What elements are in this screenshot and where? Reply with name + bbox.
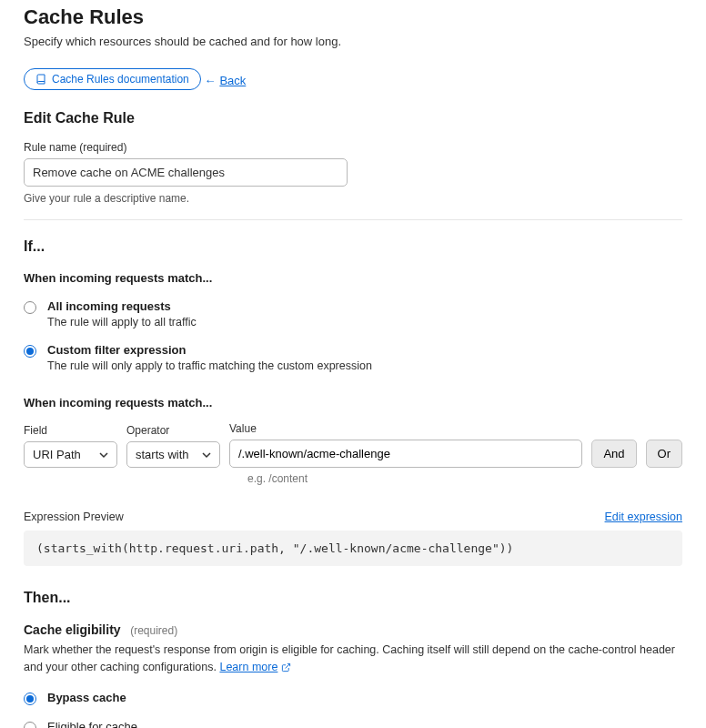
edit-rule-heading: Edit Cache Rule [24,110,682,126]
value-col-label: Value [229,422,582,435]
bypass-cache-label: Bypass cache [47,691,126,704]
required-text: (required) [130,624,177,637]
chevron-down-icon [99,450,108,460]
rule-name-helper: Give your rule a descriptive name. [24,192,682,205]
rule-name-input[interactable] [24,158,348,187]
match-heading-2: When incoming requests match... [24,396,682,410]
radio-custom-title: Custom filter expression [47,343,372,357]
operator-select[interactable]: starts with [126,441,220,468]
learn-more-text: Learn more [219,659,277,676]
chevron-down-icon [202,450,211,460]
value-hint: e.g. /content [247,472,682,485]
radio-custom-expression[interactable]: Custom filter expression The rule will o… [24,343,682,372]
back-link-label: Back [219,74,246,87]
divider [24,219,682,220]
expression-preview-code: (starts_with(http.request.uri.path, "/.w… [24,531,682,566]
book-icon [35,74,46,85]
radio-icon [24,722,36,729]
external-link-icon [281,662,291,672]
docs-button[interactable]: Cache Rules documentation [24,68,201,90]
rule-name-label: Rule name (required) [24,141,682,154]
if-heading: If... [24,238,682,255]
arrow-left-icon: ← [204,74,216,87]
operator-select-value: starts with [136,448,189,461]
value-input[interactable] [229,440,582,468]
eligibility-desc: Mark whether the request's response from… [24,642,682,676]
radio-eligible-cache[interactable]: Eligible for cache [24,720,682,729]
page-title: Cache Rules [24,5,682,29]
match-heading-1: When incoming requests match... [24,271,682,285]
expression-preview-label: Expression Preview [24,511,124,523]
radio-all-requests[interactable]: All incoming requests The rule will appl… [24,299,682,329]
edit-expression-link[interactable]: Edit expression [605,511,682,523]
eligibility-desc-text: Mark whether the request's response from… [24,643,675,673]
back-link[interactable]: ← Back [204,74,246,87]
svg-line-0 [286,663,290,668]
cache-eligibility-text: Cache eligibility [24,622,121,637]
radio-custom-desc: The rule will only apply to traffic matc… [47,359,372,372]
field-col-label: Field [24,424,117,437]
eligible-cache-label: Eligible for cache [47,720,137,729]
radio-icon [24,301,36,314]
radio-all-desc: The rule will apply to all traffic [47,316,197,329]
then-heading: Then... [24,590,682,606]
learn-more-eligibility[interactable]: Learn more [219,659,291,676]
cache-eligibility-title: Cache eligibility (required) [24,622,682,637]
field-select[interactable]: URI Path [24,441,117,468]
and-button[interactable]: And [591,440,636,468]
radio-icon-selected [24,693,36,705]
radio-icon-selected [24,345,36,358]
docs-button-label: Cache Rules documentation [52,73,189,86]
radio-all-title: All incoming requests [47,299,197,313]
page-subtitle: Specify which resources should be cached… [24,35,682,48]
operator-col-label: Operator [126,424,220,437]
radio-bypass-cache[interactable]: Bypass cache [24,691,682,705]
or-button[interactable]: Or [646,440,682,468]
field-select-value: URI Path [33,448,81,461]
